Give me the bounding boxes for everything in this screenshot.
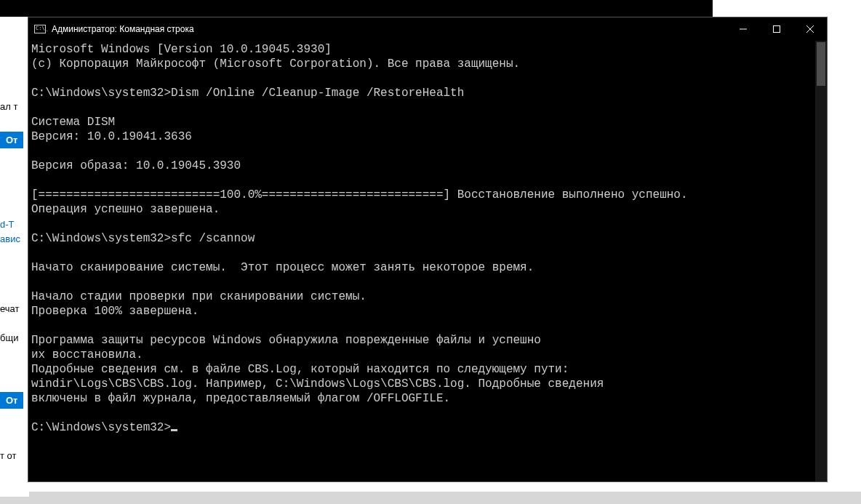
bg-text-fragment: т от xyxy=(0,450,16,461)
cmd-window: Администратор: Командная строка Microsof… xyxy=(28,17,828,482)
bg-text-fragment: ал т xyxy=(0,101,17,112)
close-button[interactable] xyxy=(793,17,827,41)
terminal-cursor xyxy=(171,429,177,431)
bg-link-fragment[interactable]: авис xyxy=(0,233,20,244)
minimize-icon xyxy=(740,25,747,33)
bg-reply-button[interactable]: От xyxy=(0,132,23,148)
scrollbar[interactable] xyxy=(815,41,827,481)
page-dark-strip xyxy=(0,0,713,17)
minimize-button[interactable] xyxy=(726,17,760,41)
bg-link-fragment[interactable]: d-T xyxy=(0,219,15,230)
close-icon xyxy=(806,25,814,33)
page-behind-content: ал т От d-T авис ечат бщи От т от xyxy=(0,17,29,497)
maximize-icon xyxy=(773,25,780,33)
bg-text-fragment: бщи xyxy=(0,332,18,343)
svg-rect-1 xyxy=(774,26,780,33)
window-title: Администратор: Командная строка xyxy=(52,24,726,34)
bg-reply-button[interactable]: От xyxy=(0,392,23,409)
cmd-icon xyxy=(34,25,46,33)
terminal-output[interactable]: Microsoft Windows [Version 10.0.19045.39… xyxy=(28,41,827,481)
page-bottom-strip xyxy=(0,492,861,504)
maximize-button[interactable] xyxy=(760,17,793,41)
title-bar[interactable]: Администратор: Командная строка xyxy=(28,17,827,41)
scrollbar-thumb[interactable] xyxy=(817,42,825,86)
bg-text-fragment: ечат xyxy=(0,303,19,314)
window-controls xyxy=(726,17,827,41)
